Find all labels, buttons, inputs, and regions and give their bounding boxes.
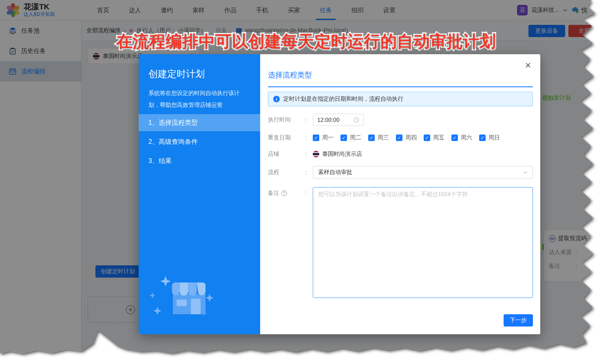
time-picker-input[interactable]: 12:00:00 [313, 114, 364, 126]
colon: : [299, 117, 313, 123]
help-icon[interactable]: ? [281, 190, 287, 196]
tutorial-annotation: 在流程编排中可以创建每天定时运行的自动审批计划 [116, 30, 496, 53]
flow-label: 流程 [268, 169, 299, 176]
torn-page-wrapper: 花漾TK 达人BD开拓版 首页 达人 邀约 索样 作品 手机 买家 任务 组织 … [0, 0, 599, 364]
colon: : [299, 135, 313, 141]
day-sunday: ✓周日 [479, 134, 500, 141]
colon: : [299, 151, 313, 157]
flow-selected-value: 索样自动审批 [318, 169, 352, 176]
wizard-steps: 1、选择流程类型 2、高级查询条件 3、结果 [139, 114, 260, 172]
note-row: 备注 ? : [268, 187, 533, 298]
create-schedule-modal: 创建定时计划 系统将在您设定的时间自动执行该计划，帮助您高效管理店铺运营 1、选… [139, 54, 540, 334]
day-friday: ✓周五 [424, 134, 444, 141]
shop-row: 店铺 : 泰国时尚演示店 [268, 150, 533, 158]
thailand-flag-icon [313, 151, 319, 157]
chevron-down-icon [523, 170, 528, 175]
checkbox-checked[interactable]: ✓ [451, 135, 458, 141]
shop-name: 泰国时尚演示店 [322, 150, 362, 158]
exec-time-label: 执行时间 [268, 116, 299, 124]
time-value: 12:00:00 [317, 117, 340, 123]
exec-time-row: 执行时间 : 12:00:00 [268, 114, 533, 126]
checkbox-checked[interactable]: ✓ [424, 135, 430, 141]
wizard-step-3[interactable]: 3、结果 [139, 152, 260, 170]
day-tuesday: ✓周二 [340, 134, 361, 141]
wizard-step-2[interactable]: 2、高级查询条件 [139, 133, 260, 150]
checkbox-checked[interactable]: ✓ [340, 135, 347, 141]
checkbox-checked[interactable]: ✓ [479, 135, 486, 141]
store-illustration [148, 274, 233, 322]
note-label: 备注 [268, 190, 279, 197]
modal-description: 系统将在您设定的时间自动执行该计划，帮助您高效管理店铺运营 [148, 87, 250, 111]
modal-title: 创建定时计划 [148, 68, 250, 80]
day-monday: ✓周一 [313, 134, 334, 141]
close-icon[interactable]: ✕ [525, 61, 531, 70]
modal-left-panel: 创建定时计划 系统将在您设定的时间自动执行该计划，帮助您高效管理店铺运营 1、选… [139, 54, 260, 334]
info-banner-text: 定时计划是在指定的日期和时间，流程自动执行 [283, 95, 403, 103]
modal-right-panel: ✕ 选择流程类型 i 定时计划是在指定的日期和时间，流程自动执行 执行时间 : … [260, 54, 540, 334]
flow-row: 流程 : 索样自动审批 [268, 166, 533, 179]
day-wednesday: ✓周三 [368, 134, 389, 141]
step-heading: 选择流程类型 [268, 54, 533, 80]
repeat-days-label: 重复日期 [268, 134, 299, 141]
wizard-step-1[interactable]: 1、选择流程类型 [139, 114, 260, 131]
info-banner: i 定时计划是在指定的日期和时间，流程自动执行 [268, 92, 533, 106]
info-icon: i [273, 96, 280, 102]
day-saturday: ✓周六 [451, 134, 472, 141]
checkbox-checked[interactable]: ✓ [313, 135, 319, 141]
app-page: 花漾TK 达人BD开拓版 首页 达人 邀约 索样 作品 手机 买家 任务 组织 … [0, 0, 599, 364]
colon: : [299, 169, 313, 176]
heading-divider [268, 86, 533, 87]
checkbox-checked[interactable]: ✓ [368, 135, 375, 141]
next-step-button[interactable]: 下一步 [504, 314, 533, 326]
flow-select[interactable]: 索样自动审批 [313, 166, 533, 179]
shop-label: 店铺 [268, 150, 299, 158]
checkbox-checked[interactable]: ✓ [396, 135, 402, 141]
clock-icon [354, 117, 359, 123]
colon: : [299, 190, 313, 196]
shop-value: 泰国时尚演示店 [313, 150, 362, 158]
note-label-wrap: 备注 ? [268, 190, 299, 197]
day-thursday: ✓周四 [396, 134, 417, 141]
note-textarea[interactable] [313, 187, 533, 298]
repeat-days-row: 重复日期 : ✓周一 ✓周二 ✓周三 ✓周四 ✓周五 ✓周六 ✓周日 [268, 134, 533, 141]
